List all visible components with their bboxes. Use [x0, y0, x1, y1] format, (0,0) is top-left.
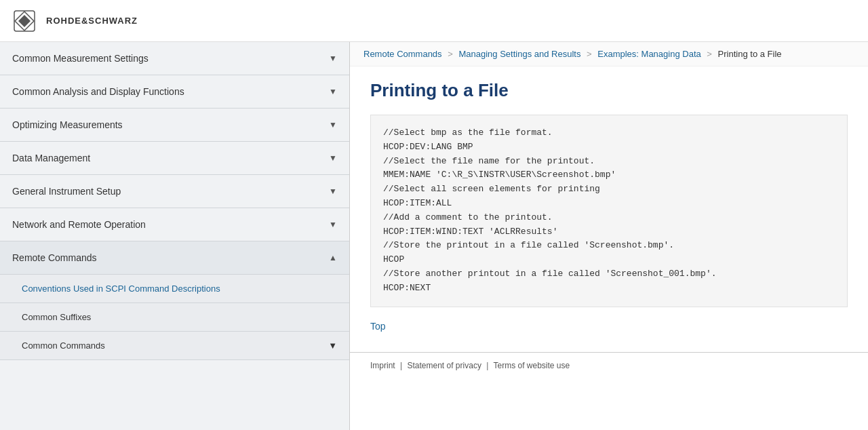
sidebar-item-common-analysis[interactable]: Common Analysis and Display Functions ▼: [0, 75, 349, 109]
breadcrumb-link-managing-settings[interactable]: Managing Settings and Results: [458, 49, 580, 59]
chevron-up-icon: ▲: [329, 253, 337, 262]
breadcrumb-current: Printing to a File: [718, 49, 782, 59]
breadcrumb-separator: >: [587, 49, 592, 59]
main-layout: Common Measurement Settings ▼ Common Ana…: [0, 42, 868, 430]
footer-link-imprint[interactable]: Imprint: [370, 361, 395, 370]
sidebar-item-label: Common Measurement Settings: [12, 53, 149, 64]
sidebar-sub-item-label: Common Commands: [22, 340, 105, 351]
sidebar-item-optimizing[interactable]: Optimizing Measurements ▼: [0, 109, 349, 142]
breadcrumb-link-examples[interactable]: Examples: Managing Data: [597, 49, 701, 59]
sidebar-item-network-remote[interactable]: Network and Remote Operation ▼: [0, 208, 349, 241]
footer-link-privacy[interactable]: Statement of privacy: [408, 361, 481, 370]
sidebar-item-label: Data Management: [12, 153, 90, 163]
top-link[interactable]: Top: [370, 321, 386, 332]
sidebar-item-data-management[interactable]: Data Management ▼: [0, 142, 349, 175]
content-body: Printing to a File //Select bmp as the f…: [350, 66, 868, 345]
sidebar-item-label: Remote Commands: [12, 252, 97, 263]
sidebar-item-common-measurement[interactable]: Common Measurement Settings ▼: [0, 42, 349, 75]
chevron-down-icon: ▼: [329, 120, 337, 130]
sidebar-item-label: Optimizing Measurements: [12, 119, 123, 130]
header: ROHDE&SCHWARZ: [0, 0, 868, 42]
sidebar-sub-item-conventions[interactable]: Conventions Used in SCPI Command Descrip…: [0, 275, 349, 303]
chevron-down-icon: ▼: [328, 340, 337, 351]
sidebar-item-label: Network and Remote Operation: [12, 219, 146, 230]
chevron-down-icon: ▼: [329, 187, 337, 196]
logo-icon: [11, 7, 38, 35]
logo-container: ROHDE&SCHWARZ: [11, 7, 138, 35]
sidebar-sub-item-common-commands[interactable]: Common Commands ▼: [0, 332, 349, 360]
logo-text: ROHDE&SCHWARZ: [46, 16, 138, 26]
chevron-down-icon: ▼: [329, 220, 337, 229]
breadcrumb-separator: >: [448, 49, 453, 59]
svg-marker-2: [18, 15, 31, 27]
page-title: Printing to a File: [370, 80, 848, 101]
sidebar-item-label: General Instrument Setup: [12, 186, 121, 197]
sidebar-sub-item-common-suffixes[interactable]: Common Suffixes: [0, 303, 349, 332]
chevron-down-icon: ▼: [329, 153, 337, 163]
chevron-down-icon: ▼: [329, 87, 337, 96]
content-footer: Imprint | Statement of privacy | Terms o…: [350, 352, 868, 378]
breadcrumb-separator: >: [707, 49, 712, 59]
breadcrumb: Remote Commands > Managing Settings and …: [350, 42, 868, 66]
chevron-down-icon: ▼: [329, 54, 337, 63]
sidebar-item-remote-commands[interactable]: Remote Commands ▲: [0, 241, 349, 275]
sidebar-item-general-instrument[interactable]: General Instrument Setup ▼: [0, 175, 349, 208]
footer-separator: |: [400, 361, 402, 370]
footer-link-terms[interactable]: Terms of website use: [493, 361, 570, 370]
sidebar-sub-item-label: Common Suffixes: [22, 312, 91, 322]
sidebar-item-label: Common Analysis and Display Functions: [12, 86, 184, 97]
breadcrumb-link-remote-commands[interactable]: Remote Commands: [363, 49, 442, 59]
sidebar-sub-item-label: Conventions Used in SCPI Command Descrip…: [22, 284, 220, 294]
code-block: //Select bmp as the file format. HCOP:DE…: [370, 115, 848, 307]
content-area: Remote Commands > Managing Settings and …: [350, 42, 868, 430]
footer-separator: |: [486, 361, 488, 370]
sidebar: Common Measurement Settings ▼ Common Ana…: [0, 42, 350, 430]
